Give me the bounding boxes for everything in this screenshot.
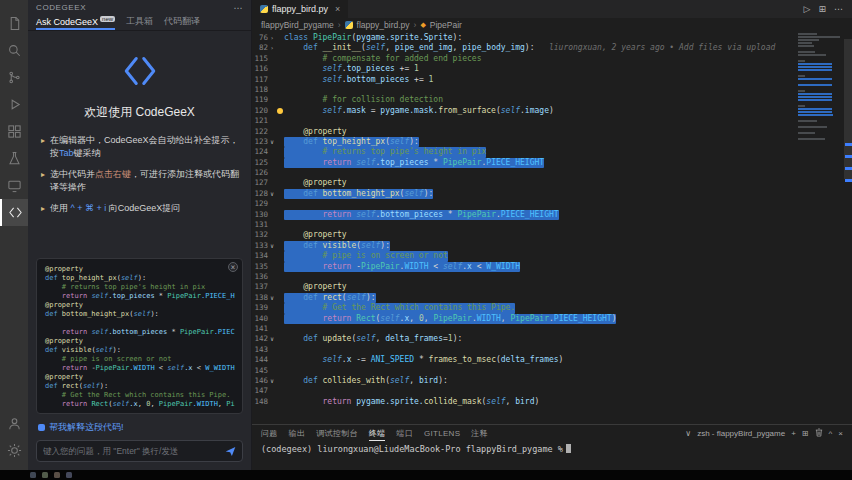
scrollbar[interactable]: [844, 31, 852, 424]
code-area[interactable]: 76 › class PipePair(pygame.sprite.Sprite…: [252, 33, 792, 407]
run-icon[interactable]: ▷: [804, 4, 811, 14]
panel-tab[interactable]: 调试控制台: [316, 425, 358, 441]
lightbulb-icon[interactable]: [276, 95, 284, 105]
line-number[interactable]: 122: [252, 127, 268, 137]
code-line[interactable]: 119 # for collision detection: [252, 95, 792, 105]
line-number[interactable]: 130: [252, 210, 268, 220]
lightbulb-icon[interactable]: [276, 272, 284, 282]
lightbulb-icon[interactable]: [276, 334, 284, 344]
account-icon[interactable]: [0, 410, 28, 437]
line-number[interactable]: 125: [252, 158, 268, 168]
run-debug-icon[interactable]: [0, 91, 28, 118]
explorer-icon[interactable]: [0, 10, 28, 37]
breadcrumb-file[interactable]: flappy_bird.py: [357, 20, 410, 30]
code-line[interactable]: 143: [252, 345, 792, 355]
panel-tab[interactable]: 问题: [261, 425, 278, 441]
line-number[interactable]: 123: [252, 137, 268, 147]
line-number[interactable]: 120: [252, 106, 268, 116]
lightbulb-icon[interactable]: [276, 282, 284, 292]
code-line[interactable]: 131: [252, 220, 792, 230]
lightbulb-icon[interactable]: [276, 376, 284, 386]
trash-icon[interactable]: [815, 428, 823, 439]
lightbulb-icon[interactable]: [276, 158, 284, 168]
code-line[interactable]: 117 self.bottom_pieces += 1: [252, 75, 792, 85]
lightbulb-icon[interactable]: [276, 355, 284, 365]
fold-chevron-icon[interactable]: ∨: [268, 376, 276, 386]
fold-chevron-icon[interactable]: ∨: [268, 293, 276, 303]
code-line[interactable]: 139 # Get the Rect which contains this P…: [252, 303, 792, 313]
code-line[interactable]: 144 self.x -= ANI_SPEED * frames_to_msec…: [252, 355, 792, 365]
question-input-box[interactable]: [36, 440, 243, 462]
minimap[interactable]: [798, 33, 844, 424]
lightbulb-icon[interactable]: [276, 366, 284, 376]
send-icon[interactable]: [225, 446, 236, 457]
line-number[interactable]: 128: [252, 189, 268, 199]
code-line[interactable]: 76 › class PipePair(pygame.sprite.Sprite…: [252, 33, 792, 43]
lightbulb-icon[interactable]: [276, 64, 284, 74]
code-line[interactable]: 146 ∨ def collides_with(self, bird):: [252, 376, 792, 386]
line-number[interactable]: 140: [252, 314, 268, 324]
lightbulb-icon[interactable]: [276, 43, 284, 53]
line-number[interactable]: 137: [252, 282, 268, 292]
code-line[interactable]: 120 self.mask = pygame.mask.from_surface…: [252, 106, 792, 116]
line-number[interactable]: 119: [252, 95, 268, 105]
code-line[interactable]: 124 # returns top pipe's height in pix: [252, 147, 792, 157]
code-line[interactable]: 137 @property: [252, 282, 792, 292]
lightbulb-icon[interactable]: [276, 220, 284, 230]
panel-tab[interactable]: 输出: [289, 425, 306, 441]
more-actions-icon[interactable]: ⋯: [233, 3, 243, 13]
lightbulb-icon[interactable]: [276, 85, 284, 95]
line-number[interactable]: 124: [252, 147, 268, 157]
dock-icon[interactable]: [42, 472, 48, 478]
line-number[interactable]: 131: [252, 220, 268, 230]
line-number[interactable]: 146: [252, 376, 268, 386]
fold-chevron-icon[interactable]: ∨: [268, 241, 276, 251]
panel-tab[interactable]: 注释: [471, 425, 488, 441]
line-number[interactable]: 147: [252, 386, 268, 396]
new-terminal-icon[interactable]: +: [791, 429, 796, 438]
code-line[interactable]: 128 ∨ def bottom_height_px(self):: [252, 189, 792, 199]
line-number[interactable]: 133: [252, 241, 268, 251]
lightbulb-icon[interactable]: [276, 33, 284, 43]
code-line[interactable]: 133 ∨ def visible(self):: [252, 241, 792, 251]
lightbulb-icon[interactable]: [276, 397, 284, 407]
code-line[interactable]: 125 return self.top_pieces * PipePair.PI…: [252, 158, 792, 168]
panel-tab[interactable]: GITLENS: [424, 425, 460, 441]
lightbulb-icon[interactable]: [276, 314, 284, 324]
fold-chevron-icon[interactable]: ›: [268, 43, 276, 53]
search-icon[interactable]: [0, 37, 28, 64]
line-number[interactable]: 132: [252, 230, 268, 240]
code-line[interactable]: 126: [252, 168, 792, 178]
code-line[interactable]: 140 return Rect(self.x, 0, PipePair.WIDT…: [252, 314, 792, 324]
shell-selector[interactable]: zsh - flappyBird_pygame: [697, 429, 785, 438]
lightbulb-icon[interactable]: [276, 189, 284, 199]
code-line[interactable]: 115 # compensate for added end pieces: [252, 54, 792, 64]
code-line[interactable]: 123 ∨ def top_height_px(self):: [252, 137, 792, 147]
lightbulb-icon[interactable]: [276, 262, 284, 272]
code-line[interactable]: 132 @property: [252, 230, 792, 240]
lightbulb-icon[interactable]: [276, 178, 284, 188]
code-line[interactable]: 129: [252, 199, 792, 209]
line-number[interactable]: 82: [252, 43, 268, 53]
fold-chevron-icon[interactable]: ∨: [268, 334, 276, 344]
fold-chevron-icon[interactable]: ∨: [268, 137, 276, 147]
line-number[interactable]: 143: [252, 345, 268, 355]
code-line[interactable]: 116 self.top_pieces += 1: [252, 64, 792, 74]
settings-gear-icon[interactable]: [0, 437, 28, 464]
lightbulb-icon[interactable]: [276, 199, 284, 209]
code-line[interactable]: 118: [252, 85, 792, 95]
line-number[interactable]: 76: [252, 33, 268, 43]
line-number[interactable]: 118: [252, 85, 268, 95]
line-number[interactable]: 121: [252, 116, 268, 126]
dock-icon[interactable]: [66, 472, 72, 478]
line-number[interactable]: 115: [252, 54, 268, 64]
line-number[interactable]: 117: [252, 75, 268, 85]
code-line[interactable]: 135 return -PipePair.WIDTH < self.x < W_…: [252, 262, 792, 272]
tab-toolbox[interactable]: 工具箱: [126, 13, 153, 30]
more-actions-icon[interactable]: ⋯: [834, 4, 843, 14]
code-line[interactable]: 134 # pipe is on screen or not: [252, 251, 792, 261]
lightbulb-icon[interactable]: [276, 168, 284, 178]
source-control-icon[interactable]: [0, 64, 28, 91]
code-line[interactable]: 147: [252, 386, 792, 396]
lightbulb-icon[interactable]: [276, 293, 284, 303]
